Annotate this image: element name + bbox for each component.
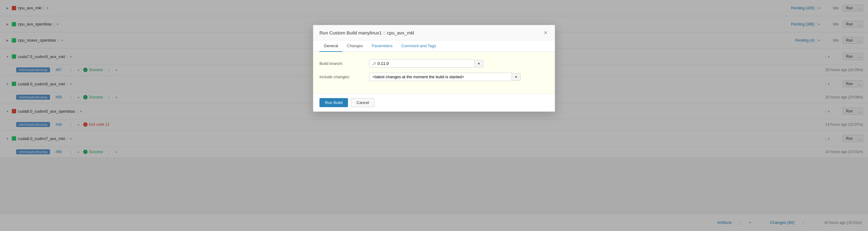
run-build-button[interactable]: Run Build — [319, 98, 348, 107]
build-branch-row: Build branch: ⎇ ▼ — [319, 59, 549, 68]
modal-body: Build branch: ⎇ ▼ Include changes: ▼ — [313, 52, 555, 93]
modal-footer: Run Build Cancel — [313, 93, 555, 112]
build-branch-dropdown-btn[interactable]: ▼ — [475, 60, 483, 67]
branch-icon: ⎇ — [372, 61, 376, 66]
include-changes-row: Include changes: ▼ — [319, 73, 549, 81]
build-branch-label: Build branch: — [319, 61, 369, 66]
tab-general[interactable]: General — [319, 40, 342, 52]
tab-changes[interactable]: Changes — [342, 40, 367, 52]
cancel-button[interactable]: Cancel — [351, 98, 374, 107]
build-branch-control: ⎇ ▼ — [369, 59, 483, 68]
build-branch-input[interactable] — [369, 59, 475, 68]
include-changes-dropdown-btn[interactable]: ▼ — [512, 73, 521, 81]
modal-header: Run Custom Build manylinux1 :: cpu_avx_m… — [313, 25, 555, 40]
modal-close-button[interactable]: ✕ — [542, 29, 549, 36]
include-changes-control: ▼ — [369, 73, 521, 81]
tab-parameters[interactable]: Parameters — [367, 40, 397, 52]
modal-dialog: Run Custom Build manylinux1 :: cpu_avx_m… — [313, 25, 555, 112]
include-changes-label: Include changes: — [319, 75, 369, 79]
modal-title: Run Custom Build manylinux1 :: cpu_avx_m… — [319, 30, 414, 35]
modal-overlay: Run Custom Build manylinux1 :: cpu_avx_m… — [0, 0, 868, 231]
tab-comment-tags[interactable]: Comment and Tags — [397, 40, 441, 52]
include-changes-input[interactable] — [369, 73, 512, 81]
modal-tabs: General Changes Parameters Comment and T… — [313, 40, 555, 52]
